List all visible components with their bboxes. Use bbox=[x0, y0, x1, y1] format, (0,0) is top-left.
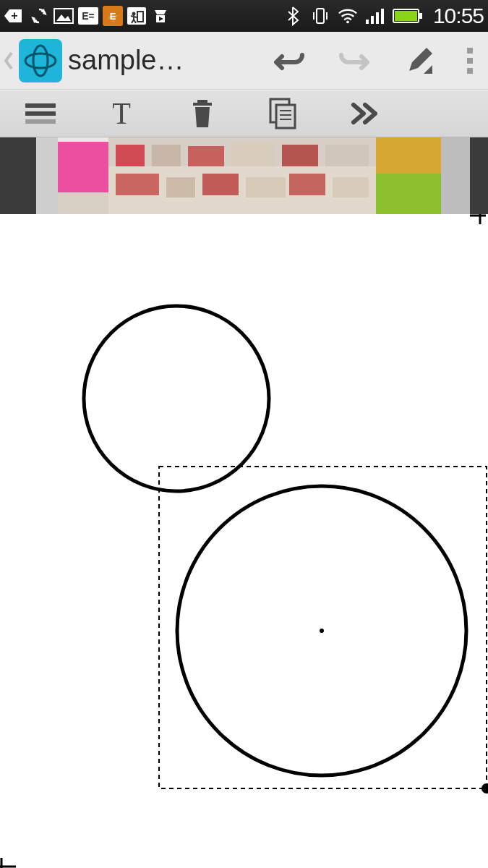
bluetooth-icon bbox=[283, 6, 303, 26]
menu-button[interactable] bbox=[0, 90, 81, 137]
svg-rect-40 bbox=[188, 146, 224, 168]
svg-rect-5 bbox=[137, 12, 143, 22]
svg-rect-26 bbox=[25, 111, 56, 116]
edit-toolbar: T bbox=[0, 90, 488, 137]
svg-rect-23 bbox=[467, 58, 473, 64]
svg-rect-52 bbox=[376, 174, 441, 214]
svg-rect-54 bbox=[470, 137, 488, 214]
ad-banner[interactable] bbox=[0, 137, 488, 214]
svg-rect-15 bbox=[381, 9, 384, 24]
signal-icon bbox=[365, 6, 385, 26]
redo-button[interactable] bbox=[322, 32, 387, 90]
image-icon bbox=[53, 6, 74, 26]
sync-icon bbox=[29, 6, 49, 26]
svg-text:E: E bbox=[110, 11, 116, 22]
svg-point-19 bbox=[33, 46, 48, 76]
plus-flag-icon: + bbox=[4, 6, 25, 26]
svg-point-11 bbox=[346, 21, 349, 24]
battery-icon bbox=[393, 6, 423, 26]
shape-center-dot bbox=[320, 629, 324, 633]
status-bar: + E= E 10:55 bbox=[0, 0, 488, 32]
wifi-icon bbox=[338, 6, 358, 26]
svg-rect-38 bbox=[116, 145, 145, 166]
svg-rect-8 bbox=[317, 9, 324, 23]
shape-circle-1[interactable] bbox=[84, 306, 269, 491]
svg-rect-53 bbox=[441, 137, 470, 214]
svg-marker-21 bbox=[424, 65, 432, 74]
ee-badge-icon: E= bbox=[78, 7, 98, 25]
svg-rect-43 bbox=[325, 145, 369, 166]
svg-rect-34 bbox=[36, 137, 58, 214]
undo-button[interactable] bbox=[257, 32, 322, 90]
svg-rect-51 bbox=[376, 137, 441, 174]
svg-rect-46 bbox=[166, 177, 195, 197]
svg-rect-36 bbox=[58, 192, 108, 214]
delete-button[interactable] bbox=[162, 90, 243, 137]
text-tool-label: T bbox=[112, 96, 131, 131]
svg-rect-48 bbox=[246, 177, 286, 197]
svg-rect-13 bbox=[371, 16, 374, 24]
svg-point-6 bbox=[132, 12, 136, 16]
exit-icon bbox=[127, 7, 146, 25]
svg-point-20 bbox=[25, 54, 56, 68]
document-title[interactable]: sample… bbox=[68, 45, 184, 76]
svg-rect-12 bbox=[366, 20, 369, 24]
vibrate-icon bbox=[310, 6, 330, 26]
copy-button[interactable] bbox=[243, 90, 324, 137]
back-chevron-icon[interactable] bbox=[0, 32, 17, 90]
svg-rect-39 bbox=[152, 145, 181, 166]
orange-badge-icon: E bbox=[103, 6, 123, 26]
more-tools-button[interactable] bbox=[324, 90, 405, 137]
app-icon[interactable] bbox=[19, 39, 62, 82]
svg-rect-17 bbox=[419, 13, 422, 19]
svg-rect-18 bbox=[395, 11, 417, 21]
svg-text:+: + bbox=[11, 9, 17, 22]
overflow-button[interactable] bbox=[452, 32, 488, 90]
svg-rect-41 bbox=[231, 143, 275, 166]
svg-rect-50 bbox=[333, 177, 369, 197]
svg-rect-35 bbox=[58, 142, 108, 192]
svg-rect-42 bbox=[282, 145, 318, 166]
svg-rect-29 bbox=[276, 105, 295, 128]
drawing-canvas[interactable] bbox=[0, 214, 488, 868]
text-tool-button[interactable]: T bbox=[81, 90, 162, 137]
selection-handle-br[interactable] bbox=[481, 783, 488, 793]
play-store-icon bbox=[150, 6, 171, 26]
svg-rect-25 bbox=[25, 103, 56, 108]
svg-rect-49 bbox=[289, 174, 325, 195]
svg-rect-33 bbox=[0, 137, 36, 214]
selection-rectangle[interactable] bbox=[159, 467, 487, 788]
svg-marker-3 bbox=[56, 14, 71, 21]
svg-rect-14 bbox=[376, 12, 379, 24]
pen-button[interactable] bbox=[387, 32, 452, 90]
svg-rect-24 bbox=[467, 68, 473, 74]
svg-rect-27 bbox=[25, 119, 56, 124]
svg-rect-45 bbox=[116, 174, 159, 195]
status-clock: 10:55 bbox=[433, 4, 484, 28]
svg-rect-22 bbox=[467, 48, 473, 54]
svg-rect-47 bbox=[202, 174, 239, 195]
app-titlebar: sample… bbox=[0, 32, 488, 90]
